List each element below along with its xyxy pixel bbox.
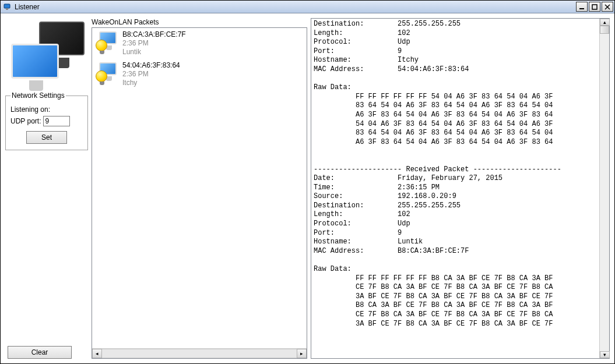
packet-host: Itchy xyxy=(122,79,180,87)
svg-rect-1 xyxy=(6,8,8,10)
close-button[interactable] xyxy=(602,2,613,12)
horizontal-scrollbar[interactable]: ◂ ▸ xyxy=(92,348,307,358)
scroll-track[interactable] xyxy=(102,349,297,358)
udp-port-input[interactable] xyxy=(43,116,70,126)
monitors-illustration xyxy=(5,18,88,88)
set-button[interactable]: Set xyxy=(26,131,67,144)
packet-info: B8:CA:3A:BF:CE:7F2:36 PMLuntik xyxy=(122,30,186,56)
svg-rect-0 xyxy=(4,4,10,8)
packet-icon xyxy=(96,61,119,84)
left-panel: Network Settings Listening on: UDP port:… xyxy=(5,18,88,359)
detail-text[interactable]: Destination: 255.255.255.255 Length: 102… xyxy=(311,19,599,358)
titlebar[interactable]: Listener xyxy=(1,1,614,13)
maximize-button[interactable] xyxy=(589,2,600,12)
scroll-down-button[interactable]: ▾ xyxy=(600,351,610,358)
detail-textbox[interactable]: Destination: 255.255.255.255 Length: 102… xyxy=(311,18,610,359)
packet-host: Luntik xyxy=(122,48,186,56)
clear-button[interactable]: Clear xyxy=(8,346,72,359)
minimize-button[interactable] xyxy=(576,2,588,12)
network-settings-group: Network Settings Listening on: UDP port:… xyxy=(5,91,88,150)
packet-item[interactable]: 54:04:A6:3F:83:642:36 PMItchy xyxy=(92,59,307,90)
content-area: Network Settings Listening on: UDP port:… xyxy=(1,13,614,363)
packet-icon xyxy=(96,30,119,54)
window-title: Listener xyxy=(15,3,576,11)
udp-port-label: UDP port: xyxy=(10,117,41,125)
packet-mac: 54:04:A6:3F:83:64 xyxy=(122,61,180,70)
packet-info: 54:04:A6:3F:83:642:36 PMItchy xyxy=(122,61,180,87)
app-window: Listener Network Settings Listening on: xyxy=(0,0,615,364)
network-settings-legend: Network Settings xyxy=(10,91,66,100)
packet-time: 2:36 PM xyxy=(122,70,180,79)
scroll-up-button[interactable]: ▴ xyxy=(600,19,610,26)
scroll-left-button[interactable]: ◂ xyxy=(92,349,102,358)
listening-label: Listening on: xyxy=(10,105,83,114)
details-panel: Destination: 255.255.255.255 Length: 102… xyxy=(311,18,610,359)
svg-rect-3 xyxy=(592,5,597,9)
packets-panel: WakeOnLAN Packets B8:CA:3A:BF:CE:7F2:36 … xyxy=(92,18,307,359)
vertical-scrollbar[interactable]: ▴ ▾ xyxy=(599,19,609,358)
scroll-thumb[interactable] xyxy=(600,26,609,34)
scroll-right-button[interactable]: ▸ xyxy=(297,349,307,358)
packet-time: 2:36 PM xyxy=(122,39,186,48)
app-icon xyxy=(3,2,12,12)
scroll-track-v[interactable] xyxy=(600,34,609,351)
packets-listbox[interactable]: B8:CA:3A:BF:CE:7F2:36 PMLuntik54:04:A6:3… xyxy=(92,27,307,359)
packet-item[interactable]: B8:CA:3A:BF:CE:7F2:36 PMLuntik xyxy=(92,28,307,59)
packet-mac: B8:CA:3A:BF:CE:7F xyxy=(122,30,186,39)
packets-title: WakeOnLAN Packets xyxy=(92,18,307,26)
